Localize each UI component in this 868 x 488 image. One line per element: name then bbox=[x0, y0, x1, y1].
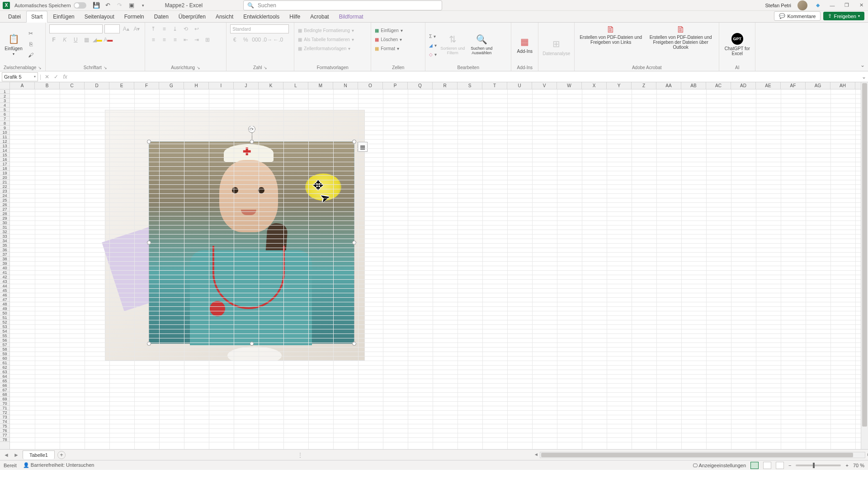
zoom-out-button[interactable]: − bbox=[788, 463, 791, 468]
column-header[interactable]: E bbox=[109, 82, 134, 89]
row-header[interactable]: 57 bbox=[0, 343, 9, 347]
row-header[interactable]: 76 bbox=[0, 428, 9, 433]
sort-filter-button[interactable]: ⇅ Sortieren und Filtern bbox=[439, 24, 466, 64]
row-header[interactable]: 5 bbox=[0, 108, 9, 112]
expand-formula-bar-icon[interactable]: ⌄ bbox=[860, 74, 868, 80]
font-name-combo[interactable] bbox=[49, 24, 103, 33]
create-pdf-link-button[interactable]: 🗎 Erstellen von PDF-Dateien und Freigebe… bbox=[578, 24, 643, 64]
row-header[interactable]: 6 bbox=[0, 112, 9, 117]
find-select-button[interactable]: 🔍 Suchen und Auswählen bbox=[468, 24, 495, 64]
column-header[interactable]: V bbox=[532, 82, 557, 89]
column-header[interactable]: AF bbox=[781, 82, 806, 89]
row-header[interactable]: 43 bbox=[0, 279, 9, 284]
column-headers[interactable]: ABCDEFGHIJKLMNOPQRSTUVWXYZAAABACADAEAFAG… bbox=[10, 82, 861, 89]
row-header[interactable]: 18 bbox=[0, 166, 9, 171]
row-header[interactable]: 78 bbox=[0, 437, 9, 442]
collapse-ribbon-icon[interactable]: ⌄ bbox=[857, 23, 868, 71]
column-header[interactable]: AA bbox=[656, 82, 681, 89]
dialog-launcher-icon[interactable]: ↘ bbox=[197, 66, 200, 70]
tab-daten[interactable]: Daten bbox=[150, 11, 173, 22]
scroll-left-icon[interactable]: ◄ bbox=[534, 452, 538, 457]
tab-einfuegen[interactable]: Einfügen bbox=[48, 11, 79, 22]
row-header[interactable]: 40 bbox=[0, 266, 9, 270]
column-header[interactable]: L bbox=[283, 82, 308, 89]
display-settings-button[interactable]: 🖵 Anzeigeeinstellungen bbox=[693, 463, 746, 468]
row-header[interactable]: 48 bbox=[0, 302, 9, 306]
auto-save-toggle[interactable] bbox=[74, 2, 86, 9]
column-header[interactable]: AC bbox=[706, 82, 731, 89]
accessibility-status[interactable]: 👤 Barrierefreiheit: Untersuchen bbox=[23, 462, 94, 468]
scrollbar-thumb[interactable] bbox=[541, 453, 853, 457]
column-header[interactable]: K bbox=[259, 82, 283, 89]
dialog-launcher-icon[interactable]: ↘ bbox=[264, 66, 267, 70]
row-header[interactable]: 2 bbox=[0, 94, 9, 99]
insert-cells-button[interactable]: ▦Einfügen ▾ bbox=[375, 26, 421, 34]
row-header[interactable]: 16 bbox=[0, 157, 9, 162]
row-header[interactable]: 49 bbox=[0, 306, 9, 311]
row-header[interactable]: 28 bbox=[0, 211, 9, 216]
row-header[interactable]: 35 bbox=[0, 243, 9, 248]
row-header[interactable]: 7 bbox=[0, 117, 9, 121]
row-header[interactable]: 41 bbox=[0, 270, 9, 275]
tab-datei[interactable]: Datei bbox=[4, 11, 25, 22]
row-header[interactable]: 12 bbox=[0, 139, 9, 144]
tab-ansicht[interactable]: Ansicht bbox=[211, 11, 238, 22]
sheet-nav-next-icon[interactable]: ► bbox=[13, 452, 20, 458]
row-header[interactable]: 55 bbox=[0, 333, 9, 338]
row-header[interactable]: 10 bbox=[0, 130, 9, 135]
row-header[interactable]: 65 bbox=[0, 379, 9, 383]
row-header[interactable]: 19 bbox=[0, 171, 9, 175]
dialog-launcher-icon[interactable]: ↘ bbox=[38, 66, 42, 70]
clear-button[interactable]: ◇▾ bbox=[429, 50, 437, 58]
row-header[interactable]: 71 bbox=[0, 406, 9, 410]
row-header[interactable]: 38 bbox=[0, 257, 9, 261]
row-header[interactable]: 52 bbox=[0, 320, 9, 324]
column-header[interactable]: S bbox=[458, 82, 482, 89]
column-header[interactable]: J bbox=[234, 82, 259, 89]
row-header[interactable]: 73 bbox=[0, 415, 9, 419]
tab-entwicklertools[interactable]: Entwicklertools bbox=[239, 11, 284, 22]
row-header[interactable]: 47 bbox=[0, 297, 9, 302]
row-header[interactable]: 60 bbox=[0, 356, 9, 361]
row-header[interactable]: 56 bbox=[0, 338, 9, 343]
cancel-formula-icon[interactable]: ✕ bbox=[43, 73, 51, 81]
tab-ueberpruefen[interactable]: Überprüfen bbox=[174, 11, 210, 22]
row-header[interactable]: 61 bbox=[0, 361, 9, 365]
name-box[interactable]: Grafik 5 ▾ bbox=[2, 72, 38, 81]
column-header[interactable]: AB bbox=[681, 82, 706, 89]
scrollbar-thumb[interactable] bbox=[862, 83, 867, 427]
camera-icon[interactable]: ▣ bbox=[128, 2, 135, 9]
create-pdf-outlook-button[interactable]: 🗎 Erstellen von PDF-Dateien und Freigebe… bbox=[646, 24, 715, 64]
row-header[interactable]: 32 bbox=[0, 230, 9, 234]
column-header[interactable]: AE bbox=[756, 82, 781, 89]
restore-icon[interactable]: ❐ bbox=[843, 1, 851, 9]
row-header[interactable]: 39 bbox=[0, 261, 9, 266]
share-button[interactable]: ⇪ Freigeben ▾ bbox=[823, 12, 864, 20]
auto-save-control[interactable]: Automatisches Speichern bbox=[14, 2, 86, 9]
row-header[interactable]: 30 bbox=[0, 221, 9, 225]
row-headers[interactable]: 1234567891011121314151617181920212223242… bbox=[0, 89, 10, 449]
column-header[interactable]: X bbox=[582, 82, 607, 89]
column-header[interactable]: B bbox=[35, 82, 60, 89]
row-header[interactable]: 51 bbox=[0, 315, 9, 320]
resize-handle-w[interactable] bbox=[147, 241, 151, 245]
column-header[interactable]: A bbox=[10, 82, 35, 89]
cells-area[interactable]: ⟳ ▦ ✥ ➤ bbox=[10, 89, 861, 449]
row-header[interactable]: 14 bbox=[0, 148, 9, 153]
row-header[interactable]: 63 bbox=[0, 370, 9, 374]
row-header[interactable]: 54 bbox=[0, 329, 9, 333]
redo-icon[interactable]: ↷ bbox=[116, 2, 123, 9]
fx-icon[interactable]: fx bbox=[61, 73, 69, 81]
row-header[interactable]: 9 bbox=[0, 126, 9, 130]
normal-view-button[interactable] bbox=[750, 462, 759, 469]
column-header[interactable]: G bbox=[159, 82, 184, 89]
row-header[interactable]: 66 bbox=[0, 383, 9, 388]
row-header[interactable]: 46 bbox=[0, 293, 9, 297]
row-header[interactable]: 11 bbox=[0, 135, 9, 139]
resize-handle-ne[interactable] bbox=[352, 140, 356, 144]
zoom-slider[interactable] bbox=[796, 465, 841, 466]
resize-handle-e[interactable] bbox=[352, 241, 356, 245]
row-header[interactable]: 29 bbox=[0, 216, 9, 221]
horizontal-scrollbar[interactable]: ◄ ► bbox=[540, 452, 865, 458]
minimize-icon[interactable]: — bbox=[828, 1, 836, 9]
